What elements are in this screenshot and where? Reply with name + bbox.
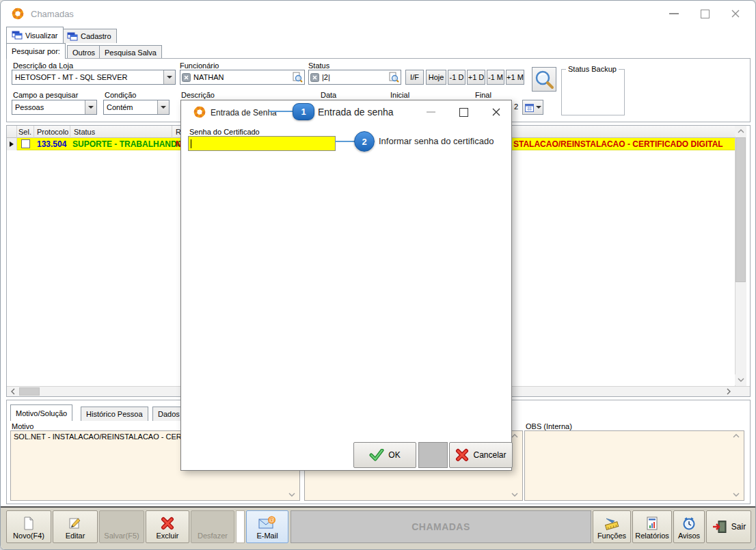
salvar-button[interactable]: Salvar(F5) xyxy=(99,510,144,543)
novo-button[interactable]: Novo(F4) xyxy=(6,510,51,543)
senha-label: Senha do Certificado xyxy=(189,128,260,136)
chevron-right-icon xyxy=(727,388,731,395)
tab-outros[interactable]: Outros xyxy=(67,45,100,59)
tab-pesquisar-por-label: Pesquisar por: xyxy=(12,47,60,55)
exit-door-icon xyxy=(712,520,728,534)
search-lookup-icon[interactable] xyxy=(292,72,303,83)
grid-header-status[interactable]: Status xyxy=(74,128,95,136)
cancel-x-icon xyxy=(455,448,469,462)
excluir-button-label: Excluir xyxy=(156,532,178,540)
close-button[interactable] xyxy=(725,5,746,23)
salvar-button-label: Salvar(F5) xyxy=(104,532,139,540)
ok-button[interactable]: OK xyxy=(353,442,416,468)
calendar-icon xyxy=(525,103,534,112)
avisos-button[interactable]: Avisos xyxy=(673,510,705,543)
minus1m-button[interactable]: -1 M xyxy=(487,70,504,85)
search-button[interactable] xyxy=(532,67,556,92)
status-field[interactable]: |2| xyxy=(308,70,401,85)
chevron-down-icon[interactable] xyxy=(288,493,295,497)
final-label: Final xyxy=(475,91,491,99)
grid-header-partial[interactable]: R xyxy=(176,128,180,136)
novo-button-label: Novo(F4) xyxy=(13,532,44,540)
chevron-up-icon[interactable] xyxy=(733,434,740,438)
row-arrow-icon xyxy=(10,141,14,147)
plus1d-button[interactable]: +1 D xyxy=(467,70,485,85)
dialog-close-button[interactable] xyxy=(487,104,505,120)
toolbar-separator xyxy=(236,510,245,543)
tab-motivo-solucao[interactable]: Motivo/Solução xyxy=(10,404,72,421)
email-icon: @ xyxy=(258,516,277,530)
dialog-maximize-button[interactable] xyxy=(455,104,472,120)
clear-icon[interactable] xyxy=(310,73,319,82)
condicao-label: Condição xyxy=(105,91,136,99)
annotation-text-1: Entrada de senha xyxy=(318,107,394,118)
editar-button[interactable]: Editar xyxy=(53,510,98,543)
hscroll-thumb[interactable] xyxy=(19,387,40,396)
calendar-dropdown-button[interactable] xyxy=(522,100,543,115)
svg-text:@: @ xyxy=(269,517,275,523)
scroll-left-button[interactable] xyxy=(8,387,18,396)
chevron-down-icon[interactable] xyxy=(511,493,518,497)
minus1d-button[interactable]: -1 D xyxy=(448,70,465,85)
loja-combobox[interactable]: HETOSOFT - MT - SQL SERVER xyxy=(12,70,176,85)
search-lookup-icon[interactable] xyxy=(388,72,399,83)
vscroll-thumb[interactable] xyxy=(735,137,746,282)
tab-visualizar[interactable]: Visualizar xyxy=(6,27,64,43)
loja-value: HETOSOFT - MT - SQL SERVER xyxy=(12,73,163,81)
close-icon xyxy=(731,9,740,18)
desfazer-button[interactable]: Desfazer xyxy=(191,510,234,543)
plus1m-button[interactable]: +1 M xyxy=(506,70,524,85)
delete-x-icon xyxy=(161,517,174,530)
clear-icon[interactable] xyxy=(182,73,191,82)
senha-input[interactable] xyxy=(188,136,336,151)
hoje-button[interactable]: Hoje xyxy=(426,70,446,85)
scroll-right-button[interactable] xyxy=(723,387,734,396)
tab-pesquisa-salva[interactable]: Pesquisa Salva xyxy=(99,45,162,59)
row-status: SUPORTE - TRABALHANDO xyxy=(72,139,183,149)
edit-icon xyxy=(68,517,82,530)
cancelar-button[interactable]: Cancelar xyxy=(449,442,513,468)
dialog-minimize-button[interactable] xyxy=(422,104,440,120)
tab-historico-pessoa[interactable]: Histórico Pessoa xyxy=(81,407,148,421)
email-button[interactable]: @ E-Mail xyxy=(246,510,288,543)
obs-label: OBS (Interna) xyxy=(526,422,572,430)
chevron-down-icon[interactable] xyxy=(163,70,175,84)
campo-combobox[interactable]: Pessoas xyxy=(12,100,97,115)
scroll-up-button[interactable] xyxy=(735,126,746,137)
sair-button[interactable]: Sair xyxy=(706,510,751,543)
funcoes-button[interactable]: Funções xyxy=(593,510,631,543)
grid-header-protocolo[interactable]: Protocolo xyxy=(37,128,68,136)
chevron-down-icon[interactable] xyxy=(85,100,96,114)
minimize-icon xyxy=(669,13,679,14)
funcionario-field[interactable]: NATHAN xyxy=(180,70,305,85)
inicial-label: Inicial xyxy=(390,91,409,99)
obs-textarea[interactable] xyxy=(524,430,744,501)
app-window: Chamadas Visualizar Cadastro Pesquisar p… xyxy=(0,0,756,550)
check-icon xyxy=(369,449,384,461)
chevron-up-icon[interactable] xyxy=(511,434,518,438)
row-checkbox[interactable] xyxy=(21,139,30,148)
relatorios-button[interactable]: Relatórios xyxy=(632,510,672,543)
chevron-down-icon xyxy=(738,378,744,382)
if-button[interactable]: I/F xyxy=(405,70,424,85)
maximize-icon xyxy=(459,108,468,117)
minimize-button[interactable] xyxy=(664,5,684,23)
new-document-icon xyxy=(23,517,34,530)
minimize-icon xyxy=(427,111,435,113)
chevron-down-icon[interactable] xyxy=(157,100,169,114)
email-button-label: E-Mail xyxy=(256,532,278,540)
dialog-title: Entrada de Senha xyxy=(211,108,277,118)
condicao-combobox[interactable]: Contém xyxy=(103,100,170,115)
grid-header-sel[interactable]: Sel. xyxy=(18,128,31,136)
avisos-button-label: Avisos xyxy=(678,532,700,540)
maximize-button[interactable] xyxy=(694,5,715,23)
tab-motivo-solucao-label: Motivo/Solução xyxy=(16,409,67,417)
chevron-down-icon[interactable] xyxy=(733,493,740,497)
excluir-button[interactable]: Excluir xyxy=(146,510,189,543)
status-value: |2| xyxy=(319,73,388,81)
hoje-button-label: Hoje xyxy=(429,73,444,81)
tab-pesquisar-por[interactable]: Pesquisar por: xyxy=(6,43,66,59)
tab-cadastro[interactable]: Cadastro xyxy=(62,29,117,43)
scroll-down-button[interactable] xyxy=(735,374,746,385)
descricao-label: Descrição xyxy=(181,91,215,99)
